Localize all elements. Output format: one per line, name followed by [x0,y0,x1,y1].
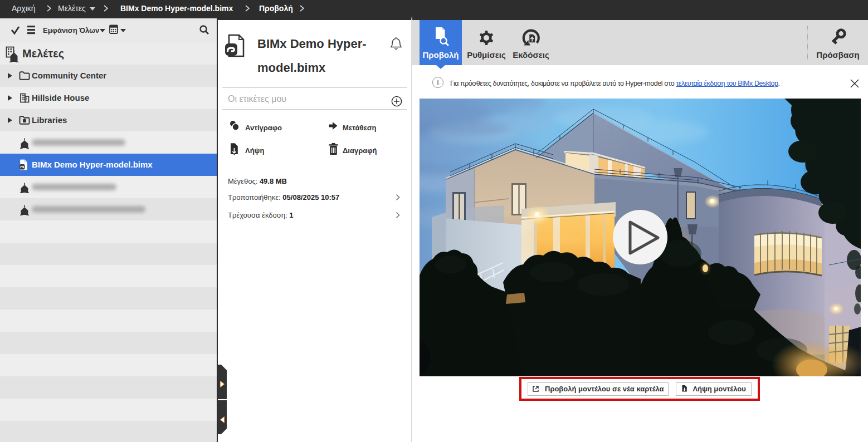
svg-text:Εμφάνιση Όλων: Εμφάνιση Όλων [43,26,99,35]
